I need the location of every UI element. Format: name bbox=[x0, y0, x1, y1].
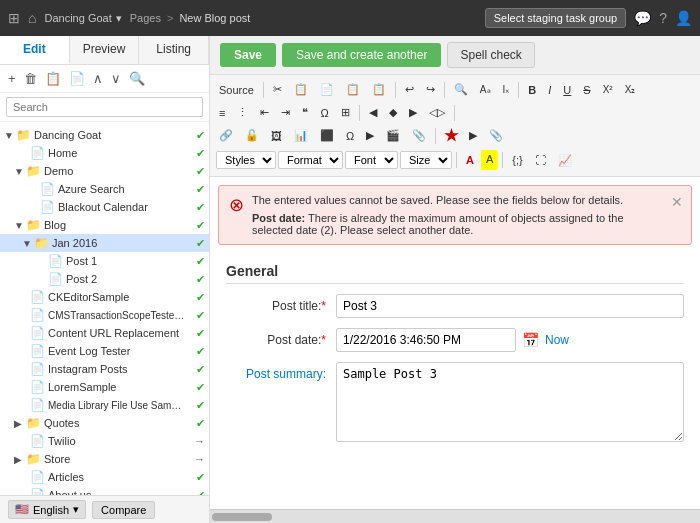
remove-format-button[interactable]: Iₓ bbox=[498, 81, 515, 98]
tree-item-blackout-calendar[interactable]: 📄 Blackout Calendar ✔ bbox=[0, 198, 209, 216]
cut-button[interactable]: ✂ bbox=[268, 80, 287, 99]
post-title-input[interactable] bbox=[336, 294, 684, 318]
image-button[interactable]: 🖼 bbox=[266, 127, 287, 145]
tree-item-store[interactable]: ▶ 📁 Store → bbox=[0, 450, 209, 468]
attachment-button[interactable]: 📎 bbox=[407, 126, 431, 145]
tree-item-lorem[interactable]: 📄 LoremSample ✔ bbox=[0, 378, 209, 396]
tree-item-instagram[interactable]: 📄 Instagram Posts ✔ bbox=[0, 360, 209, 378]
tree-item-ckeditor[interactable]: 📄 CKEditorSample ✔ bbox=[0, 288, 209, 306]
copy-button[interactable]: 📋 bbox=[289, 80, 313, 99]
size-select[interactable]: Size bbox=[400, 151, 452, 169]
home-icon[interactable]: ⌂ bbox=[28, 10, 36, 26]
language-button[interactable]: 🇺🇸 English ▾ bbox=[8, 500, 86, 519]
tab-edit[interactable]: Edit bbox=[0, 36, 70, 64]
tree-item-blog[interactable]: ▼ 📁 Blog ✔ bbox=[0, 216, 209, 234]
paste-word-button[interactable]: 📋 bbox=[367, 80, 391, 99]
source-button[interactable]: Source bbox=[214, 81, 259, 99]
tree-item-twilio[interactable]: 📄 Twilio → bbox=[0, 432, 209, 450]
expand-button[interactable]: ⛶ bbox=[530, 151, 551, 169]
special-chars-button[interactable]: Ω bbox=[315, 104, 333, 122]
post-date-input[interactable] bbox=[336, 328, 516, 352]
tree-item-content-url[interactable]: 📄 Content URL Replacement ✔ bbox=[0, 324, 209, 342]
blockquote-button[interactable]: ❝ bbox=[297, 103, 313, 122]
scrollbar-thumb[interactable] bbox=[212, 513, 272, 521]
calendar-icon[interactable]: 📅 bbox=[522, 332, 539, 348]
widget-button[interactable]: 📎 bbox=[484, 126, 508, 145]
now-link[interactable]: Now bbox=[545, 333, 569, 347]
ordered-list-button[interactable]: ≡ bbox=[214, 104, 230, 122]
align-justify-button[interactable]: ◁▷ bbox=[424, 103, 450, 122]
chart-button[interactable]: 📈 bbox=[553, 151, 577, 170]
error-close-button[interactable]: ✕ bbox=[671, 194, 683, 210]
format-select[interactable]: Format bbox=[278, 151, 343, 169]
tab-preview[interactable]: Preview bbox=[70, 36, 140, 64]
tree-item-post1[interactable]: 📄 Post 1 ✔ bbox=[0, 252, 209, 270]
align-right-button[interactable]: ▶ bbox=[404, 103, 422, 122]
youtube-button[interactable]: ▶ bbox=[464, 126, 482, 145]
tree-item-media-lib[interactable]: 📄 Media Library File Use Sam… ✔ bbox=[0, 396, 209, 414]
up-icon[interactable]: ∧ bbox=[91, 69, 105, 88]
user-icon[interactable]: 👤 bbox=[675, 10, 692, 26]
strikethrough-button[interactable]: S bbox=[578, 81, 595, 99]
indent-button[interactable]: ⇥ bbox=[276, 103, 295, 122]
copy-icon[interactable]: 📋 bbox=[43, 69, 63, 88]
tree-item-about-us[interactable]: 📄 About us ✔ bbox=[0, 486, 209, 495]
tree-item-cmstransaction[interactable]: 📄 CMSTransactionScopeTeste… ✔ bbox=[0, 306, 209, 324]
find-button[interactable]: 🔍 bbox=[449, 80, 473, 99]
undo-button[interactable]: ↩ bbox=[400, 80, 419, 99]
staging-select-button[interactable]: Select staging task group bbox=[485, 8, 627, 28]
tree-item-quotes[interactable]: ▶ 📁 Quotes ✔ bbox=[0, 414, 209, 432]
align-left-button[interactable]: ◀ bbox=[364, 103, 382, 122]
outdent-button[interactable]: ⇤ bbox=[255, 103, 274, 122]
hr-button[interactable]: ⬛ bbox=[315, 126, 339, 145]
tree-item-post2[interactable]: 📄 Post 2 ✔ bbox=[0, 270, 209, 288]
search-input[interactable] bbox=[6, 97, 203, 117]
search-icon[interactable]: 🔍 bbox=[127, 69, 147, 88]
iframe-button[interactable]: 🎬 bbox=[381, 126, 405, 145]
font-color-button[interactable]: A bbox=[461, 151, 479, 169]
subscript-button[interactable]: X₂ bbox=[620, 81, 641, 98]
specialchar2-button[interactable]: Ω bbox=[341, 127, 359, 145]
tab-listing[interactable]: Listing bbox=[139, 36, 209, 64]
chat-icon[interactable]: 💬 bbox=[634, 10, 651, 26]
unlink-button[interactable]: 🔓 bbox=[240, 126, 264, 145]
spell-check-button[interactable]: Spell check bbox=[447, 42, 534, 68]
select-all-button[interactable]: Aₐ bbox=[475, 81, 496, 98]
styles-select[interactable]: Styles bbox=[216, 151, 276, 169]
site-logo[interactable]: Dancing Goat ▾ bbox=[44, 12, 121, 25]
unordered-list-button[interactable]: ⋮ bbox=[232, 103, 253, 122]
align-center-button[interactable]: ◆ bbox=[384, 103, 402, 122]
paste-text-button[interactable]: 📋 bbox=[341, 80, 365, 99]
italic-button[interactable]: I bbox=[543, 81, 556, 99]
underline-button[interactable]: U bbox=[558, 81, 576, 99]
add-icon[interactable]: + bbox=[6, 69, 18, 88]
font-select[interactable]: Font bbox=[345, 151, 398, 169]
superscript-button[interactable]: X² bbox=[598, 81, 618, 98]
media-button[interactable]: ▶ bbox=[361, 126, 379, 145]
paste-button[interactable]: 📄 bbox=[315, 80, 339, 99]
table-button[interactable]: ⊞ bbox=[336, 103, 355, 122]
bold-button[interactable]: B bbox=[523, 81, 541, 99]
tree-item-demo[interactable]: ▼ 📁 Demo ✔ bbox=[0, 162, 209, 180]
tree-item-home[interactable]: 📄 Home ✔ bbox=[0, 144, 209, 162]
delete-icon[interactable]: 🗑 bbox=[22, 69, 39, 88]
bg-color-button[interactable]: A bbox=[481, 150, 498, 170]
breadcrumb-pages[interactable]: Pages bbox=[130, 12, 161, 24]
emoticon-button[interactable]: {;} bbox=[507, 151, 527, 169]
table2-button[interactable]: 📊 bbox=[289, 126, 313, 145]
tree-item-jan2016[interactable]: ▼ 📁 Jan 2016 ✔ bbox=[0, 234, 209, 252]
tree-item-azure-search[interactable]: 📄 Azure Search ✔ bbox=[0, 180, 209, 198]
tree-item-articles[interactable]: 📄 Articles ✔ bbox=[0, 468, 209, 486]
save-button[interactable]: Save bbox=[220, 43, 276, 67]
tree-item-event-log[interactable]: 📄 Event Log Tester ✔ bbox=[0, 342, 209, 360]
horizontal-scrollbar[interactable] bbox=[210, 509, 700, 523]
save-create-button[interactable]: Save and create another bbox=[282, 43, 441, 67]
help-icon[interactable]: ? bbox=[659, 10, 667, 26]
properties-icon[interactable]: 📄 bbox=[67, 69, 87, 88]
down-icon[interactable]: ∨ bbox=[109, 69, 123, 88]
link-button[interactable]: 🔗 bbox=[214, 126, 238, 145]
post-summary-input[interactable]: Sample Post 3 bbox=[336, 362, 684, 442]
tree-item-dancing-goat[interactable]: ▼ 📁 Dancing Goat ✔ bbox=[0, 126, 209, 144]
compare-button[interactable]: Compare bbox=[92, 501, 155, 519]
redo-button[interactable]: ↪ bbox=[421, 80, 440, 99]
